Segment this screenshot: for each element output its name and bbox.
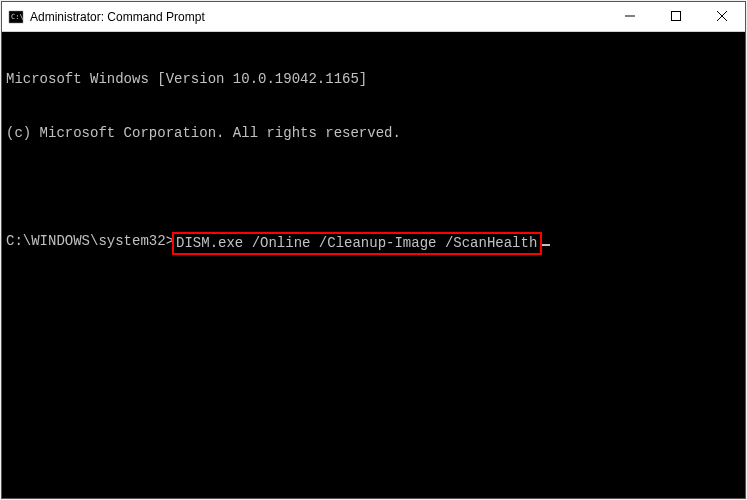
window-controls xyxy=(607,2,745,31)
svg-text:C:\: C:\ xyxy=(11,13,24,21)
text-cursor xyxy=(542,232,550,246)
prompt-path: C:\WINDOWS\system32> xyxy=(6,232,174,250)
command-highlight: DISM.exe /Online /Cleanup-Image /ScanHea… xyxy=(172,232,542,255)
maximize-icon xyxy=(671,11,681,23)
close-icon xyxy=(717,11,727,23)
blank-line xyxy=(6,178,741,196)
title-bar[interactable]: C:\ Administrator: Command Prompt xyxy=(2,2,745,32)
svg-rect-3 xyxy=(672,11,681,20)
minimize-button[interactable] xyxy=(607,2,653,31)
cmd-icon: C:\ xyxy=(8,9,24,25)
command-text: DISM.exe /Online /Cleanup-Image /ScanHea… xyxy=(176,235,537,251)
minimize-icon xyxy=(625,11,635,23)
maximize-button[interactable] xyxy=(653,2,699,31)
window-title: Administrator: Command Prompt xyxy=(30,10,607,24)
terminal-area[interactable]: Microsoft Windows [Version 10.0.19042.11… xyxy=(2,32,745,498)
terminal-copyright-line: (c) Microsoft Corporation. All rights re… xyxy=(6,124,741,142)
command-prompt-window: C:\ Administrator: Command Prompt M xyxy=(1,1,746,499)
prompt-line: C:\WINDOWS\system32>DISM.exe /Online /Cl… xyxy=(6,232,741,255)
close-button[interactable] xyxy=(699,2,745,31)
terminal-header-line: Microsoft Windows [Version 10.0.19042.11… xyxy=(6,70,741,88)
